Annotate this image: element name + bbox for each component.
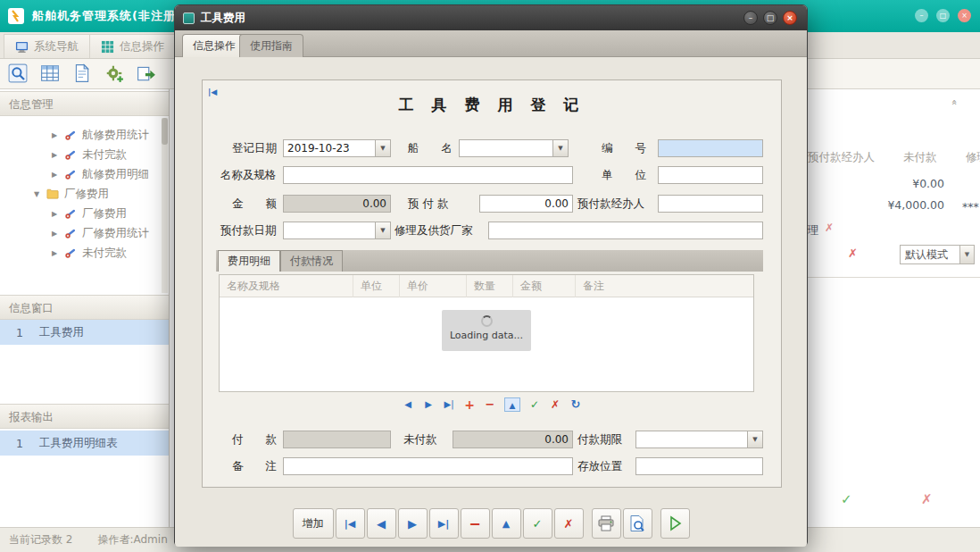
app-minimize-button[interactable]: – (915, 9, 928, 22)
post-record-button[interactable]: ✓ (523, 508, 552, 539)
section-report-output[interactable]: 报表输出 (0, 404, 169, 429)
grid-last-button[interactable]: ▶| (443, 397, 455, 412)
grid-next-button[interactable]: ▶ (422, 397, 435, 412)
grid-cancel-button[interactable]: ✗ (549, 397, 561, 412)
app-close-button[interactable]: × (958, 9, 971, 22)
grid-col-amount[interactable]: 金额 (513, 275, 576, 297)
chevron-down-icon[interactable]: ▼ (748, 431, 763, 448)
grid-col-quantity[interactable]: 数量 (467, 275, 513, 297)
app-maximize-button[interactable]: □ (936, 9, 950, 22)
tree-item-factory-repair-stats[interactable]: ▶ 厂修费用统计 (0, 223, 161, 243)
prepay-date-combo[interactable]: ▼ (283, 222, 391, 239)
reg-date-combo[interactable]: ▼ (283, 139, 391, 157)
tree-item-unpaid[interactable]: ▶ 未付完款 (0, 145, 161, 164)
table-view-button[interactable] (39, 63, 61, 85)
dialog-minimize-button[interactable]: – (743, 11, 758, 25)
expand-arrow-icon[interactable]: ▶ (50, 131, 59, 139)
prepay-agent-input[interactable] (658, 195, 763, 213)
cancel-icon[interactable]: ✗ (921, 491, 933, 507)
tab-system-navigation[interactable]: 系统导航 (4, 34, 90, 58)
scrollbar-thumb[interactable] (162, 118, 168, 145)
nav-first-button[interactable]: |◀ (336, 508, 365, 539)
run-button[interactable] (660, 508, 690, 539)
grid-col-unit-price[interactable]: 单价 (400, 275, 467, 297)
preview-button[interactable] (623, 508, 652, 539)
deadline-combo[interactable]: ▼ (635, 431, 763, 448)
section-info-management[interactable]: 信息管理 (0, 91, 169, 116)
name-spec-input[interactable] (283, 166, 573, 184)
deadline-input[interactable] (635, 431, 748, 448)
column-header-prepay-agent[interactable]: 预付款经办人 (808, 150, 875, 165)
mode-select[interactable]: 默认模式 ▼ (900, 245, 975, 264)
settings-button[interactable] (104, 63, 125, 85)
print-button[interactable] (592, 508, 621, 539)
tree-folder-factory-repair[interactable]: ▼ 厂修费用 (0, 184, 161, 204)
expense-detail-grid[interactable]: 名称及规格 单位 单价 数量 金额 备注 Loading data... (219, 274, 754, 392)
grid-add-row-button[interactable]: + (463, 397, 476, 412)
grid-refresh-button[interactable]: ↻ (569, 397, 582, 412)
nav-prev-button[interactable]: ◀ (367, 508, 396, 539)
grid-post-button[interactable]: ✓ (528, 397, 541, 412)
section-info-window[interactable]: 信息窗口 (0, 295, 169, 320)
grid-prev-button[interactable]: ◀ (402, 397, 414, 412)
grid-col-name-spec[interactable]: 名称及规格 (220, 275, 353, 297)
tab-payment-status[interactable]: 付款情况 (280, 250, 343, 272)
chevron-down-icon[interactable]: ▼ (376, 222, 391, 239)
ship-name-input[interactable] (459, 139, 553, 157)
tree-item-label: 厂修费用 (82, 206, 127, 222)
expand-arrow-icon[interactable]: ▶ (50, 171, 59, 179)
expand-arrow-icon[interactable]: ▶ (50, 151, 59, 159)
grid-edit-row-button[interactable]: ▲ (504, 397, 520, 412)
report-item-tool-expense-detail[interactable]: 1 工具费用明细表 (0, 431, 169, 456)
prepay-date-input[interactable] (283, 222, 376, 239)
cancel-record-button[interactable]: ✗ (554, 508, 584, 539)
add-record-button[interactable]: 增加 (293, 508, 334, 539)
dialog-maximize-button[interactable]: □ (763, 11, 777, 25)
edit-record-button[interactable]: ▲ (492, 508, 521, 539)
confirm-icon[interactable]: ✓ (841, 491, 852, 507)
chevron-down-icon[interactable]: ▼ (376, 139, 391, 157)
expand-arrow-icon[interactable]: ▶ (50, 210, 59, 218)
tab-information-operation[interactable]: 信息操作 (89, 34, 176, 58)
chevron-down-icon[interactable]: ▼ (553, 139, 569, 157)
ship-name-combo[interactable]: ▼ (459, 139, 569, 157)
delete-record-button[interactable]: − (461, 508, 490, 539)
dialog-tab-info-operation[interactable]: 信息操作 (182, 34, 246, 57)
prepay-input[interactable] (479, 195, 573, 213)
grid-col-unit[interactable]: 单位 (353, 275, 400, 297)
dialog-close-button[interactable]: × (783, 11, 797, 25)
delete-mark-icon[interactable]: ✗ (825, 222, 834, 234)
unit-input[interactable] (658, 166, 763, 184)
reg-date-input[interactable] (283, 139, 376, 157)
export-button[interactable] (136, 63, 157, 85)
tree-item-unpaid-2[interactable]: ▶ 未付完款 (0, 243, 161, 263)
column-header-unpaid[interactable]: 未付款 (903, 150, 937, 165)
tree-item-voyage-repair-detail[interactable]: ▶ 航修费用明细 (0, 164, 161, 184)
info-window-item-tool-expense[interactable]: 1 工具费用 (0, 320, 169, 345)
grid-delete-row-button[interactable]: − (484, 397, 496, 412)
tab-expense-detail[interactable]: 费用明细 (218, 250, 280, 272)
tree-item-label: 未付完款 (82, 246, 127, 261)
dialog-tab-user-guide[interactable]: 使用指南 (239, 34, 303, 57)
document-button[interactable] (71, 63, 93, 85)
collapse-panel-icon[interactable]: « (949, 99, 960, 105)
number-input[interactable] (658, 139, 763, 157)
column-header-repair[interactable]: 修理 (966, 150, 980, 165)
expand-arrow-icon[interactable]: ▶ (50, 230, 59, 238)
tree-item-factory-repair[interactable]: ▶ 厂修费用 (0, 204, 161, 223)
nav-next-button[interactable]: ▶ (398, 508, 428, 539)
grid-col-remark[interactable]: 备注 (576, 275, 753, 297)
chevron-down-icon[interactable]: ▼ (960, 245, 975, 264)
supplier-input[interactable] (488, 222, 763, 239)
expand-arrow-icon[interactable]: ▶ (50, 249, 59, 257)
location-input[interactable] (635, 457, 763, 475)
search-button[interactable] (7, 63, 29, 85)
collapse-arrow-icon[interactable]: ▼ (32, 190, 41, 198)
tree-item-voyage-repair-stats[interactable]: ▶ 航修费用统计 (0, 125, 161, 145)
remark-input[interactable] (283, 457, 573, 475)
dialog-titlebar[interactable]: 工具费用 – □ × (175, 5, 807, 30)
nav-last-button[interactable]: ▶| (429, 508, 459, 539)
clear-mode-icon[interactable]: ✗ (848, 247, 858, 260)
app-title: 船舶机务管理系统(非注册用 (32, 8, 188, 24)
sidebar-scrollbar[interactable] (162, 118, 168, 293)
